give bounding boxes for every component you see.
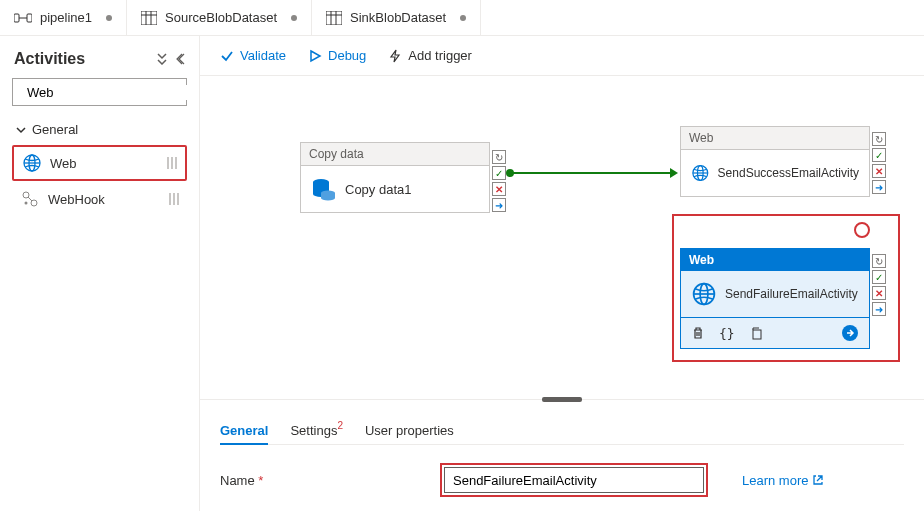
- globe-icon: [691, 281, 717, 307]
- selection-handle: [854, 222, 870, 238]
- name-label: Name *: [220, 473, 420, 488]
- success-connector[interactable]: [512, 172, 672, 174]
- learn-more-link[interactable]: Learn more: [742, 473, 824, 488]
- arrow-right-circle-icon[interactable]: [841, 324, 859, 342]
- expand-all-icon[interactable]: [155, 53, 169, 65]
- database-icon: [311, 176, 337, 202]
- external-link-icon: [812, 474, 824, 486]
- tab-settings[interactable]: Settings2: [290, 417, 343, 444]
- collapse-panel-icon[interactable]: [175, 53, 185, 65]
- settings-badge: 2: [337, 420, 343, 431]
- activities-search[interactable]: [12, 78, 187, 106]
- tab-source-dataset[interactable]: SourceBlobDataset: [127, 0, 312, 35]
- delete-icon[interactable]: [691, 326, 705, 340]
- state-ports-success: ↻ ✓ ✕ ➜: [872, 132, 886, 194]
- add-trigger-button[interactable]: Add trigger: [388, 48, 472, 63]
- validate-label: Validate: [240, 48, 286, 63]
- trigger-label: Add trigger: [408, 48, 472, 63]
- activity-label: WebHook: [48, 192, 105, 207]
- svg-rect-7: [326, 11, 342, 25]
- port-success[interactable]: ✓: [492, 166, 506, 180]
- port-skip[interactable]: ➜: [492, 198, 506, 212]
- svg-rect-0: [14, 14, 19, 22]
- svg-rect-25: [753, 330, 761, 339]
- copy-icon[interactable]: [749, 326, 763, 340]
- node-label: Copy data1: [345, 182, 412, 197]
- validate-button[interactable]: Validate: [220, 48, 286, 63]
- port-skip[interactable]: ➜: [872, 180, 886, 194]
- port-skip[interactable]: ➜: [872, 302, 886, 316]
- activity-web[interactable]: Web: [12, 145, 187, 181]
- node-send-failure-email[interactable]: Web SendFailureEmailActivity {}: [680, 248, 870, 349]
- activities-title: Activities: [14, 50, 85, 68]
- pipeline-icon: [14, 11, 32, 25]
- tab-general[interactable]: General: [220, 417, 268, 444]
- tab-user-properties[interactable]: User properties: [365, 417, 454, 444]
- node-send-success-email[interactable]: Web SendSuccessEmailActivity: [680, 126, 870, 197]
- dirty-dot: [106, 15, 112, 21]
- port-fail[interactable]: ✕: [872, 286, 886, 300]
- svg-rect-3: [141, 11, 157, 25]
- search-input[interactable]: [27, 85, 195, 100]
- debug-label: Debug: [328, 48, 366, 63]
- panel-splitter[interactable]: [200, 399, 924, 403]
- activity-webhook[interactable]: WebHook: [12, 183, 187, 215]
- port-success[interactable]: ✓: [872, 148, 886, 162]
- category-label: General: [32, 122, 78, 137]
- property-tabs: General Settings2 User properties: [220, 417, 904, 445]
- node-copy-data[interactable]: Copy data Copy data1: [300, 142, 490, 213]
- port-success[interactable]: ✓: [872, 270, 886, 284]
- dataset-icon: [141, 11, 157, 25]
- port-fail[interactable]: ✕: [872, 164, 886, 178]
- svg-point-16: [25, 202, 28, 205]
- trigger-icon: [388, 49, 402, 63]
- play-icon: [308, 49, 322, 63]
- node-toolbar: {}: [680, 318, 870, 349]
- editor-tabs: pipeline1 SourceBlobDataset SinkBlobData…: [0, 0, 924, 36]
- tab-label: SinkBlobDataset: [350, 10, 446, 25]
- port-fail[interactable]: ✕: [492, 182, 506, 196]
- node-header: Web: [680, 248, 870, 271]
- check-icon: [220, 49, 234, 63]
- dirty-dot: [460, 15, 466, 21]
- tab-label: SourceBlobDataset: [165, 10, 277, 25]
- activities-panel: Activities General Web WebHook: [0, 36, 200, 511]
- pipeline-canvas[interactable]: Copy data Copy data1 ↻ ✓ ✕ ➜ Web: [200, 76, 924, 399]
- state-ports-failure: ↻ ✓ ✕ ➜: [872, 254, 886, 316]
- node-label: SendFailureEmailActivity: [725, 287, 858, 301]
- tab-sink-dataset[interactable]: SinkBlobDataset: [312, 0, 481, 35]
- node-label: SendSuccessEmailActivity: [718, 166, 859, 180]
- tab-pipeline1[interactable]: pipeline1: [0, 0, 127, 35]
- node-header: Web: [680, 126, 870, 149]
- code-icon[interactable]: {}: [719, 326, 735, 341]
- activity-label: Web: [50, 156, 77, 171]
- port-loop[interactable]: ↻: [872, 132, 886, 146]
- pipeline-toolbar: Validate Debug Add trigger: [200, 36, 924, 76]
- port-loop[interactable]: ↻: [872, 254, 886, 268]
- chevron-down-icon: [16, 125, 26, 135]
- state-ports-copy: ↻ ✓ ✕ ➜: [492, 150, 506, 212]
- name-input[interactable]: [444, 467, 704, 493]
- category-general[interactable]: General: [8, 116, 191, 143]
- port-loop[interactable]: ↻: [492, 150, 506, 164]
- dirty-dot: [291, 15, 297, 21]
- globe-icon: [22, 153, 42, 173]
- debug-button[interactable]: Debug: [308, 48, 366, 63]
- dataset-icon: [326, 11, 342, 25]
- drag-grip-icon: [169, 193, 179, 205]
- node-header: Copy data: [300, 142, 490, 165]
- properties-panel: General Settings2 User properties Name *…: [200, 403, 924, 511]
- drag-grip-icon: [167, 157, 177, 169]
- svg-rect-1: [27, 14, 32, 22]
- tab-label: pipeline1: [40, 10, 92, 25]
- webhook-icon: [20, 189, 40, 209]
- globe-icon: [691, 160, 710, 186]
